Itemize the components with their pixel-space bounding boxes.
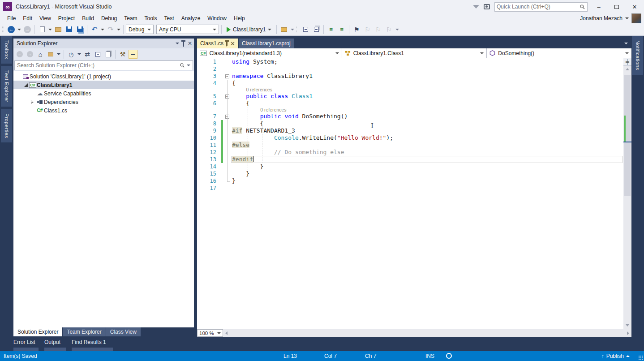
line-number[interactable]: 11: [197, 142, 220, 149]
outlining-margin[interactable]: [224, 185, 231, 192]
horizontal-scrollbar[interactable]: [223, 329, 631, 337]
tab-toolbox[interactable]: Toolbox: [1, 36, 12, 64]
line-number[interactable]: 3: [197, 73, 220, 80]
project-dropdown[interactable]: C# ClassLibrary1(netstandard1.3): [197, 48, 342, 58]
open-file-button[interactable]: [53, 25, 63, 34]
close-icon[interactable]: ✕: [230, 41, 235, 47]
switch-views-button[interactable]: [46, 50, 55, 59]
navigate-back-dropdown[interactable]: [17, 25, 21, 34]
menu-edit[interactable]: Edit: [19, 14, 36, 23]
line-number[interactable]: 14: [197, 163, 220, 170]
code-line-9[interactable]: 9#if NETSTANDARD1_3: [197, 127, 623, 134]
forward-button[interactable]: →: [26, 50, 34, 59]
code-line-11[interactable]: 11#else: [197, 142, 623, 149]
toolbar-grip[interactable]: [296, 26, 299, 34]
feedback-person-icon[interactable]: [484, 4, 490, 9]
outlining-margin[interactable]: [224, 170, 231, 177]
outlining-margin[interactable]: [224, 120, 231, 127]
avatar[interactable]: [631, 13, 641, 23]
new-project-dropdown[interactable]: [48, 25, 52, 34]
line-number[interactable]: 5: [197, 93, 220, 100]
tree-item-service-capabilities[interactable]: ☁Service Capabilities: [13, 89, 194, 98]
line-number[interactable]: 6: [197, 100, 220, 107]
menu-build[interactable]: Build: [78, 14, 98, 23]
line-number[interactable]: 1: [197, 58, 220, 65]
document-tab-class1-cs[interactable]: Class1.cs✕: [197, 39, 238, 48]
preview-selected-items-button[interactable]: [129, 50, 137, 59]
maximize-button[interactable]: [610, 2, 623, 12]
scroll-left-arrow[interactable]: [223, 329, 230, 337]
show-all-files-button[interactable]: [103, 50, 112, 59]
solution-explorer-sync-button[interactable]: [279, 25, 289, 34]
tool-tab-find-results-1[interactable]: Find Results 1: [72, 339, 113, 352]
outlining-margin[interactable]: [224, 142, 231, 149]
close-button[interactable]: ✕: [628, 2, 641, 12]
tool-tab-output[interactable]: Output: [44, 339, 66, 352]
outlining-margin[interactable]: [224, 149, 231, 156]
line-number[interactable]: 2: [197, 65, 220, 73]
document-tab-classlibrary1-csproj[interactable]: ClassLibrary1.csproj: [239, 39, 294, 48]
start-debug-button[interactable]: ClassLibrary1: [224, 25, 274, 34]
member-dropdown[interactable]: DoSomething(): [487, 48, 631, 58]
collapse-all-button[interactable]: [93, 50, 102, 59]
outlining-margin[interactable]: [224, 156, 231, 163]
code-line-17[interactable]: 17: [197, 185, 623, 192]
code-line-8[interactable]: 8 {: [197, 120, 623, 127]
code-line-5[interactable]: 5− public class Class1: [197, 93, 623, 100]
menu-help[interactable]: Help: [230, 14, 249, 23]
line-number[interactable]: 10: [197, 134, 220, 142]
type-dropdown[interactable]: ClassLibrary1.Class1: [342, 48, 487, 58]
solution-explorer-header[interactable]: Solution Explorer ✕: [13, 39, 194, 48]
tree-item-class1-cs[interactable]: C#Class1.cs: [13, 106, 194, 115]
close-icon[interactable]: ✕: [188, 40, 192, 47]
split-window-handle[interactable]: ╪: [623, 58, 631, 66]
line-number[interactable]: 4: [197, 80, 220, 87]
status-column[interactable]: Col 7: [324, 353, 337, 359]
scroll-up-arrow[interactable]: [623, 66, 631, 73]
vertical-scrollbar[interactable]: ╪: [623, 58, 631, 329]
menu-view[interactable]: View: [36, 14, 55, 23]
line-number[interactable]: [197, 87, 220, 93]
new-query-button[interactable]: [301, 25, 310, 34]
navigate-forward-button[interactable]: →: [22, 25, 32, 34]
menu-team[interactable]: Team: [120, 14, 141, 23]
code-line-13[interactable]: 13#endif: [197, 156, 623, 163]
outlining-margin[interactable]: −: [224, 113, 231, 120]
toolbar-overflow[interactable]: [290, 25, 295, 34]
menu-project[interactable]: Project: [55, 14, 78, 23]
pin-icon[interactable]: [226, 42, 228, 46]
publish-button[interactable]: ↑ Publish: [601, 353, 630, 359]
line-number[interactable]: 15: [197, 170, 220, 177]
code-line-1[interactable]: 1using System;: [197, 58, 623, 65]
toolbar-grip[interactable]: [2, 26, 4, 34]
outlining-margin[interactable]: [224, 87, 231, 93]
code-line-3[interactable]: 3−namespace ClassLibrary1: [197, 73, 623, 80]
menu-test[interactable]: Test: [161, 14, 178, 23]
toggle-bookmark-button[interactable]: ⚑: [352, 25, 361, 34]
pending-changes-filter-button[interactable]: ◷: [67, 50, 76, 59]
sync-with-active-document-button[interactable]: ⇄: [83, 50, 92, 59]
line-number[interactable]: 13: [197, 156, 220, 163]
code-line-14[interactable]: 14 }: [197, 163, 623, 170]
search-solution-explorer-input[interactable]: [17, 62, 180, 69]
collapse-icon[interactable]: −: [225, 74, 229, 78]
outlining-margin[interactable]: [224, 134, 231, 142]
tab-properties[interactable]: Properties: [1, 109, 12, 142]
codelens-row[interactable]: 0 references: [197, 107, 623, 113]
codelens-references[interactable]: 0 references: [260, 107, 286, 113]
solution-configuration-combo[interactable]: Debug: [126, 25, 154, 34]
minimize-button[interactable]: –: [592, 2, 605, 12]
quick-launch-input[interactable]: [497, 4, 580, 10]
menu-debug[interactable]: Debug: [98, 14, 120, 23]
scrollbar-track[interactable]: [623, 73, 631, 322]
codelens-references[interactable]: 0 references: [246, 87, 272, 93]
code-line-2[interactable]: 2: [197, 65, 623, 73]
toolbar-overflow[interactable]: [395, 25, 400, 34]
tree-item-dependencies[interactable]: Dependencies: [13, 98, 194, 106]
outlining-margin[interactable]: [224, 58, 231, 65]
menu-window[interactable]: Window: [204, 14, 230, 23]
properties-wrench-icon[interactable]: ⚒: [118, 50, 127, 59]
search-options-dropdown[interactable]: [187, 64, 190, 66]
tab-test-explorer[interactable]: Test Explorer: [1, 66, 12, 107]
panel-tab-class-view[interactable]: Class View: [106, 327, 141, 336]
